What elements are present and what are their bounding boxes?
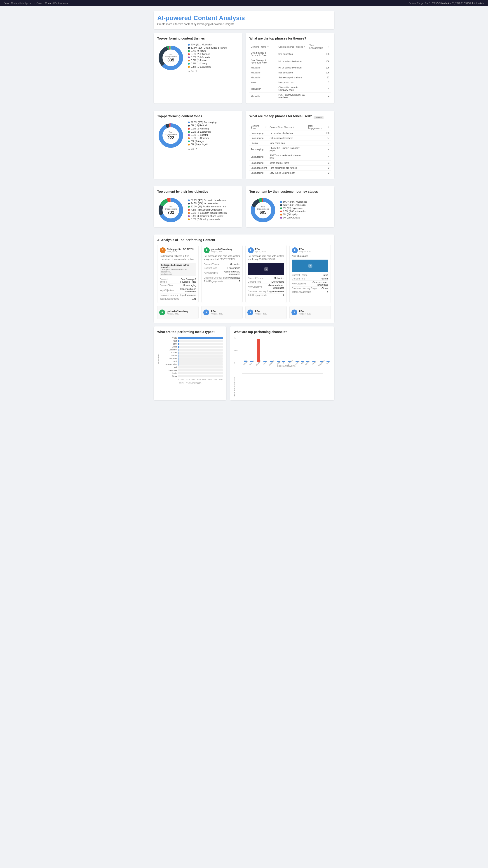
bar-track xyxy=(178,366,223,369)
table-row: Cost Savings & Favorable Pricefree educa… xyxy=(249,51,331,58)
col-tone[interactable]: Content Tone ▼ xyxy=(249,124,268,131)
legend-item: 0.4% (3) Inspire trust and loyalty xyxy=(188,215,226,217)
table-row: Motivationfree education106 xyxy=(249,70,331,75)
channels-axis-info: TOTAL ENGAGEMENTS xyxy=(234,375,331,397)
journey-donut-chart: Total Engagements 605 xyxy=(249,196,277,224)
ai-card-header: P prakash Choudhary Aug 14, 2019 xyxy=(204,247,240,253)
journey-total-label: Total Engagements xyxy=(256,206,270,210)
channel-bar-wrap: Lithium xyxy=(243,337,248,364)
objectives-donut-chart: Total Engagements 732 xyxy=(157,196,184,224)
breadcrumb: Smart Content Intelligence › Owned Conte… xyxy=(4,2,69,4)
bar-track xyxy=(178,358,223,360)
bar-label: Video xyxy=(161,346,177,348)
journey-donut-title: Top content by their customer journey st… xyxy=(249,190,331,193)
avatar: C xyxy=(160,247,165,253)
col-theme[interactable]: Content Theme ▼ xyxy=(249,43,277,51)
channel-bar-wrap: Yammer xyxy=(304,337,310,364)
tones-donut-title: Top-performing content tones xyxy=(157,114,239,118)
ai-analysis-title: AI Analysis of Top-performing Content xyxy=(157,238,331,242)
play-icon xyxy=(308,264,312,268)
bar-label: Story xyxy=(161,375,177,377)
tones-legend: 92.3% (205) Encouraging 5% (11) Factual … xyxy=(188,121,216,150)
objectives-donut-title: Top content by their key objective xyxy=(157,190,239,193)
legend-item: 0.5% (4) Establish thought leadersh xyxy=(188,212,226,214)
legend-item: 0.5% (1) Boastful xyxy=(188,134,216,136)
table-row: MotivationPOST approved check via user l… xyxy=(249,93,331,100)
tones-total-value: 222 xyxy=(164,135,178,140)
channel-bar-wrap: Pinterest xyxy=(248,337,255,364)
tones-pagination[interactable]: ▲1/3▼ xyxy=(188,148,216,150)
ai-card-text: Set message from here with custom text f… xyxy=(248,255,284,261)
channel-bar-wrap: Flickr xyxy=(326,337,330,364)
media-types-card: What are top-performing media types? MED… xyxy=(154,327,226,400)
ai-card-placeholder: P PBot Aug 13, 2019 xyxy=(245,306,287,319)
bar-fill xyxy=(178,346,179,348)
ai-card-header: P PBot Aug 19, 2019 xyxy=(292,247,328,253)
lifetime-badge: Lifetime xyxy=(313,116,324,119)
legend-item: 0% (0) Angry xyxy=(188,140,216,143)
ai-card-text: Collegepedia Believes in free education.… xyxy=(160,255,196,261)
themes-table-card: What are the top phrases for themes? Con… xyxy=(246,33,334,103)
legend-item: 63% (211) Motivation xyxy=(188,43,227,46)
meta-content-theme: Content Theme Cost Savings & Favorable P… xyxy=(160,278,196,284)
col-tone-phrase[interactable]: Content Tone Phrases ▼ xyxy=(268,124,306,131)
bar-label: Pdf xyxy=(161,366,177,369)
meta-journey-stage: Customer Journey Stage Awareness xyxy=(160,293,196,297)
ai-card-author: prakash Choudhary xyxy=(211,248,232,251)
legend-item: 14.5% (106) Increase sales xyxy=(188,202,226,205)
avatar: P xyxy=(292,310,297,315)
media-y-label: MEDIA TYPE xyxy=(157,337,159,381)
journey-legend: 80.3% (486) Awareness 13.2% (80) Ownersh… xyxy=(280,200,307,220)
bar-row: Template xyxy=(161,358,223,360)
channel-bar-wrap: Yk xyxy=(282,337,285,364)
meta-content-tone: Content Tone Encouraging xyxy=(204,267,240,270)
tones-donut-chart: Total Engagements 222 xyxy=(157,122,184,149)
col-tone-engagements[interactable]: Total Engagements ⇅ xyxy=(306,124,331,131)
table-row: EncouragingCheck this Linkedin Company p… xyxy=(249,146,331,153)
legend-item: 0% (0) Apologetic xyxy=(188,143,216,146)
tones-donut-card: Top-performing content tones Total Engag… xyxy=(154,111,242,179)
bar-label: Document xyxy=(161,369,177,371)
bar-row: Poll xyxy=(161,360,223,363)
bar-axis-ticks: 0100K200K300K400K500K600K700K800K xyxy=(161,379,223,381)
media-types-title: What are top-performing media types? xyxy=(157,330,223,334)
col-phrase[interactable]: Content Theme Phrases ▼ xyxy=(277,43,308,51)
ai-card-placeholder: P PBot Aug 13, 2019 xyxy=(289,306,331,319)
ai-card-link-preview: Collegepedia Believes in free educati...… xyxy=(160,263,196,276)
media-bars: Photo Text Link Video Carousel Album Mix… xyxy=(161,337,223,381)
legend-item: 92.3% (205) Encouraging xyxy=(188,121,216,124)
avatar: P xyxy=(159,310,165,315)
legend-item: 0.9% (2) Excitement xyxy=(188,131,216,133)
legend-item: 0.3% (1) Charity xyxy=(188,62,227,65)
channels-scrollbar[interactable] xyxy=(242,373,323,374)
ai-card-text: New photo post xyxy=(292,255,328,258)
bar-row: Story xyxy=(161,375,223,377)
legend-item: 0% (0) Loyalty xyxy=(280,213,307,216)
ai-card-date: APR, 2019 xyxy=(167,251,196,253)
meta-content-theme: Content Theme Motivation xyxy=(248,277,284,280)
ai-card-date: Aug 19, 2019 xyxy=(299,251,311,253)
breadcrumb-separator: › xyxy=(34,2,35,4)
bar-row: Text xyxy=(161,340,223,342)
meta-content-theme: Content Theme News xyxy=(292,273,328,277)
bar-label: Audio xyxy=(161,372,177,374)
objectives-legend: 67.6% (495) Generate brand aware 14.5% (… xyxy=(188,199,226,221)
journey-total: Total Engagements 605 xyxy=(256,206,270,215)
media-x-label: TOTAL ENGAGEMENTS xyxy=(157,382,223,384)
bar-label: Text xyxy=(161,340,177,342)
themes-pagination[interactable]: ▲1/2▼ xyxy=(188,70,227,72)
tones-total: Total Engagements 222 xyxy=(164,131,178,140)
themes-donut-card: Top-performing content themes Total xyxy=(154,33,242,103)
ai-analysis-section: AI Analysis of Top-performing Content C … xyxy=(154,235,334,323)
bar-row: Audio xyxy=(161,372,223,374)
col-engagements[interactable]: Total Engagements ⇅ xyxy=(308,43,331,51)
themes-table: Content Theme ▼ Content Theme Phrases ▼ … xyxy=(249,43,331,100)
objectives-total: Total Engagements 732 xyxy=(164,206,178,215)
bar-track xyxy=(178,369,223,371)
objectives-total-value: 732 xyxy=(164,210,178,215)
tones-row: Top-performing content tones Total Engag… xyxy=(154,111,334,183)
legend-item: 0.6% (2) Praise xyxy=(188,59,227,62)
table-row: EncouragementRing doughnuts are formed2 xyxy=(249,165,331,170)
meta-content-tone: Content Tone Factual xyxy=(292,277,328,281)
themes-legend: 63% (211) Motivation 31.6% (106) Cost Sa… xyxy=(188,43,227,72)
